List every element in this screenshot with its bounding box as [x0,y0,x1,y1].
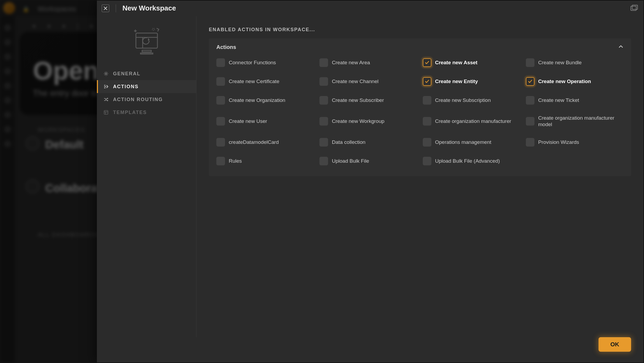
actions-header-title: Actions [216,44,236,50]
action-label: Upload Bulk File (Advanced) [435,158,520,164]
action-create-new-certificate[interactable]: Create new Certificate [216,77,314,86]
action-label: Create new Subscription [435,97,520,104]
svg-rect-7 [140,53,153,54]
action-create-new-area[interactable]: Create new Area [319,58,417,67]
actions-panel: Actions Connector FunctionsCreate new Ar… [209,38,631,176]
sidebar-item-action-routing[interactable]: ACTION ROUTING [97,93,196,106]
checkbox-create-new-subscription[interactable] [423,96,431,105]
checkbox-create-organization-manufacturer[interactable] [423,117,431,126]
action-label: Provision Wizards [538,139,624,145]
svg-rect-6 [142,50,151,52]
checkbox-create-new-certificate[interactable] [216,77,225,86]
sidebar-item-general[interactable]: GENERAL [97,67,196,80]
sidebar-item-actions[interactable]: ACTIONS [97,80,196,93]
modal-header: New Workspace [97,1,643,16]
ok-button[interactable]: OK [599,337,631,352]
action-create-new-bundle[interactable]: Create new Bundle [526,58,624,67]
action-connector-functions[interactable]: Connector Functions [216,58,314,67]
action-label: Connector Functions [229,59,314,66]
gear-icon [103,71,109,76]
action-create-new-operation[interactable]: Create new Operation [526,77,624,86]
action-create-new-workgroup[interactable]: Create new Workgroup [319,115,417,128]
modal-title: New Workspace [122,4,176,12]
action-upload-bulk-file[interactable]: Upload Bulk File [319,157,417,165]
chevron-up-icon [618,44,624,50]
checkbox-create-new-user[interactable] [216,117,225,126]
svg-rect-2 [136,33,157,48]
shuffle-icon [103,97,109,102]
action-label: Create new Organization [229,97,314,104]
action-label: Create new Workgroup [332,118,417,124]
checkbox-createdatamodelcard[interactable] [216,138,225,147]
action-provision-wizards[interactable]: Provision Wizards [526,138,624,147]
action-label: Create organization manufacturer [435,118,520,124]
checkbox-create-new-ticket[interactable] [526,96,534,105]
action-create-new-asset[interactable]: Create new Asset [423,58,520,67]
action-label: Create new Channel [332,78,417,85]
checkbox-create-new-subscriber[interactable] [319,96,328,105]
checkbox-create-new-asset[interactable] [423,58,431,67]
checkbox-data-collection[interactable] [319,138,328,147]
action-label: Data collection [332,139,417,145]
action-create-organization-manufacturer[interactable]: Create organization manufacturer [423,115,520,128]
action-create-organization-manufacturer-model[interactable]: Create organization manufacturer model [526,115,624,128]
checkbox-create-new-channel[interactable] [319,77,328,86]
action-createdatamodelcard[interactable]: createDatamodelCard [216,138,314,147]
action-label: Create new Operation [538,78,624,85]
header-divider [116,4,116,12]
action-label: Create new Subscriber [332,97,417,104]
action-label: Create new User [229,118,314,124]
checkbox-operations-management[interactable] [423,138,431,147]
checkbox-create-new-organization[interactable] [216,96,225,105]
sidebar-item-label: GENERAL [113,71,140,77]
sidebar-item-label: TEMPLATES [113,110,147,115]
checkbox-upload-bulk-file-advanced[interactable] [423,157,431,165]
checkbox-connector-functions[interactable] [216,58,225,67]
action-label: Create new Entity [435,78,520,85]
window-icon[interactable] [631,5,638,11]
checkbox-provision-wizards[interactable] [526,138,534,147]
svg-point-8 [105,73,107,74]
new-workspace-modal: New Workspace [97,1,643,362]
action-label: createDatamodelCard [229,139,314,145]
action-rules[interactable]: Rules [216,157,314,165]
action-create-new-entity[interactable]: Create new Entity [423,77,520,86]
checkbox-upload-bulk-file[interactable] [319,157,328,165]
action-create-new-user[interactable]: Create new User [216,115,314,128]
action-upload-bulk-file-advanced[interactable]: Upload Bulk File (Advanced) [423,157,520,165]
action-create-new-organization[interactable]: Create new Organization [216,96,314,105]
action-operations-management[interactable]: Operations management [423,138,520,147]
workspace-illustration-icon [97,16,196,67]
checkbox-create-new-area[interactable] [319,58,328,67]
modal-footer: OK [97,337,643,362]
action-label: Create organization manufacturer model [538,115,624,128]
checkbox-create-new-operation[interactable] [526,77,534,86]
sidebar-item-templates: TEMPLATES [97,106,196,119]
svg-rect-12 [104,111,108,114]
svg-rect-0 [631,6,636,10]
action-label: Create new Ticket [538,97,624,104]
svg-rect-1 [632,5,638,9]
sidebar-item-label: ACTION ROUTING [113,97,163,102]
action-create-new-subscriber[interactable]: Create new Subscriber [319,96,417,105]
action-label: Create new Certificate [229,78,314,85]
action-create-new-ticket[interactable]: Create new Ticket [526,96,624,105]
action-label: Create new Asset [435,59,520,66]
svg-point-5 [152,28,154,30]
checkbox-rules[interactable] [216,157,225,165]
action-label: Create new Area [332,59,417,66]
checkbox-create-new-bundle[interactable] [526,58,534,67]
action-create-new-channel[interactable]: Create new Channel [319,77,417,86]
action-label: Upload Bulk File [332,158,417,164]
action-create-new-subscription[interactable]: Create new Subscription [423,96,520,105]
action-data-collection[interactable]: Data collection [319,138,417,147]
checkbox-create-organization-manufacturer-model[interactable] [526,117,534,126]
modal-content: ENABLED ACTIONS IN WORKSPACE... Actions … [196,16,643,337]
action-label: Create new Bundle [538,59,624,66]
sidebar-item-label: ACTIONS [113,84,139,90]
close-button[interactable] [102,5,109,12]
actions-accordion-toggle[interactable]: Actions [209,38,631,56]
section-title: ENABLED ACTIONS IN WORKSPACE... [209,27,631,33]
checkbox-create-new-workgroup[interactable] [319,117,328,126]
checkbox-create-new-entity[interactable] [423,77,431,86]
